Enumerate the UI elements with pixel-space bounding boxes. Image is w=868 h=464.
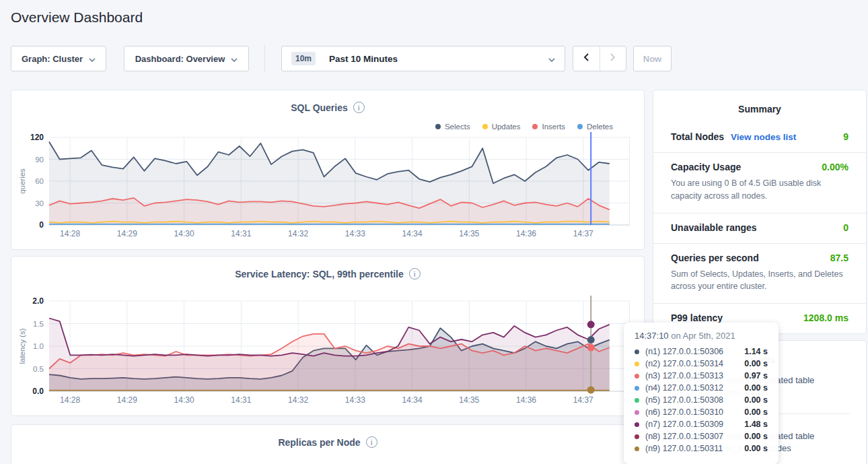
x-axis-labels: 14:2814:2914:3014:3114:3214:3314:3414:35…	[49, 229, 630, 240]
tooltip-node-value: 0.00 s	[744, 407, 768, 417]
x-axis-label: 14:29	[117, 229, 137, 238]
y-tick-label: 0	[39, 220, 44, 230]
x-axis-label: 14:36	[516, 395, 536, 405]
series-dot-icon	[635, 434, 639, 439]
chevron-left-icon	[583, 53, 589, 65]
sql-queries-card: SQL Queries i SelectsUpdatesInsertsDelet…	[11, 90, 645, 250]
summary-row-capacity-usage: Capacity Usage 0.00% You are using 0 B o…	[653, 152, 866, 213]
series-dot-icon	[635, 350, 639, 354]
queries-per-second-description: Sum of Selects, Updates, Inserts, and De…	[671, 268, 848, 294]
tooltip-row: (n2) 127.0.0.1:503140.00 s	[635, 358, 768, 370]
service-latency-chart-title: Service Latency: SQL, 99th percentile	[235, 269, 404, 279]
time-range-label: Past 10 Minutes	[329, 54, 398, 64]
tooltip-node-label: (n9) 127.0.0.1:50311	[645, 444, 723, 453]
time-step-back-button[interactable]	[573, 46, 600, 71]
tooltip-row: (n3) 127.0.0.1:503130.97 s	[635, 370, 768, 382]
x-axis-label: 14:34	[402, 395, 423, 405]
dashboard-selector-dropdown[interactable]: Dashboard: Overview	[124, 46, 249, 71]
replicas-per-node-chart-title: Replicas per Node	[278, 437, 360, 448]
tooltip-row: (n1) 127.0.0.1:503061.14 s	[635, 345, 768, 358]
time-step-forward-button[interactable]	[600, 46, 626, 71]
info-icon[interactable]: i	[353, 102, 365, 113]
x-axis-label: 14:36	[516, 229, 536, 238]
legend-label: Selects	[445, 123, 470, 131]
x-axis-label: 14:29	[117, 395, 137, 405]
legend-item-deletes: Deletes	[577, 123, 613, 131]
x-axis-label: 14:30	[174, 395, 194, 405]
time-step-buttons	[573, 46, 626, 71]
service-latency-plot[interactable]	[49, 301, 630, 391]
info-icon[interactable]: i	[366, 436, 377, 448]
x-axis-label: 14:30	[174, 229, 194, 238]
p99-latency-label: P99 latency	[671, 312, 723, 323]
y-tick-label: 30	[35, 199, 44, 207]
time-range-dropdown[interactable]: 10m Past 10 Minutes	[281, 46, 565, 71]
legend-dot-icon	[577, 124, 583, 129]
x-axis-label: 14:28	[60, 395, 80, 405]
x-axis-label: 14:37	[573, 395, 593, 405]
tooltip-node-value: 0.97 s	[744, 371, 768, 380]
tooltip-node-label: (n2) 127.0.0.1:50314	[645, 359, 723, 368]
tooltip-node-label: (n8) 127.0.0.1:50307	[645, 432, 723, 441]
service-latency-card: Service Latency: SQL, 99th percentile i …	[11, 256, 645, 416]
chevron-down-icon	[231, 54, 238, 64]
series-dot-icon	[635, 386, 639, 391]
y-axis-ticks: 1209060300	[11, 137, 44, 225]
chart-hover-tooltip: 14:37:10 on Apr 5th, 2021 (n1) 127.0.0.1…	[624, 323, 779, 464]
summary-panel: Summary Total Nodes View nodes list 9 Ca…	[653, 90, 867, 334]
graph-selector-label: Graph: Cluster	[22, 54, 83, 64]
capacity-usage-description: You are using 0 B of 4.5 GiB usable disk…	[671, 177, 848, 203]
view-nodes-list-link[interactable]: View nodes list	[731, 132, 796, 142]
sql-queries-legend: SelectsUpdatesInsertsDeletes	[435, 123, 613, 131]
series-dot-icon	[635, 398, 639, 403]
y-tick-label: 120	[30, 133, 44, 142]
sql-queries-plot[interactable]	[49, 137, 630, 225]
summary-row-queries-per-second: Queries per second 87.5 Sum of Selects, …	[653, 243, 866, 304]
graph-selector-dropdown[interactable]: Graph: Cluster	[11, 46, 106, 71]
tooltip-node-value: 0.00 s	[744, 359, 768, 368]
tooltip-node-value: 0.00 s	[744, 432, 768, 441]
x-axis-label: 14:37	[573, 229, 593, 238]
series-dot-icon	[635, 362, 639, 366]
y-tick-label: 60	[35, 177, 44, 185]
info-icon[interactable]: i	[409, 268, 421, 279]
capacity-usage-value: 0.00%	[822, 162, 848, 172]
x-axis-label: 14:35	[459, 395, 479, 405]
x-axis-label: 14:32	[288, 395, 308, 405]
summary-row-unavailable-ranges: Unavailable ranges 0	[653, 213, 866, 243]
tooltip-row: (n9) 127.0.0.1:503110.00 s	[635, 442, 768, 455]
x-axis-label: 14:34	[402, 229, 423, 238]
chevron-down-icon	[548, 54, 555, 64]
summary-title: Summary	[653, 90, 866, 114]
y-tick-label: 90	[35, 156, 44, 164]
tooltip-node-value: 1.48 s	[744, 420, 768, 429]
toolbar-divider	[264, 45, 265, 72]
total-nodes-label: Total Nodes	[671, 131, 724, 142]
x-axis-label: 14:28	[60, 229, 80, 238]
legend-dot-icon	[435, 124, 441, 129]
now-button[interactable]: Now	[633, 46, 672, 71]
chevron-down-icon	[89, 54, 96, 64]
replicas-per-node-card: Replicas per Node i	[11, 424, 645, 464]
y-tick-label: 1.5	[33, 320, 44, 328]
p99-latency-value: 1208.0 ms	[803, 312, 848, 323]
legend-item-selects: Selects	[435, 123, 470, 131]
series-dot-icon	[635, 374, 639, 378]
tooltip-node-label: (n6) 127.0.0.1:50310	[645, 407, 723, 417]
tooltip-node-label: (n5) 127.0.0.1:50308	[645, 395, 723, 405]
y-tick-label: 0.5	[33, 365, 44, 373]
total-nodes-value: 9	[843, 131, 848, 142]
legend-dot-icon	[482, 124, 488, 129]
page-title: Overview Dashboard	[11, 9, 143, 26]
x-axis-label: 14:35	[459, 229, 479, 238]
queries-per-second-label: Queries per second	[671, 253, 759, 263]
y-axis-ticks: 2.01.51.00.50.0	[11, 301, 44, 391]
tooltip-row: (n8) 127.0.0.1:503070.00 s	[635, 430, 768, 442]
series-dot-icon	[635, 410, 639, 415]
unavailable-ranges-label: Unavailable ranges	[671, 222, 757, 233]
tooltip-node-value: 0.00 s	[744, 383, 768, 393]
legend-dot-icon	[532, 124, 538, 129]
x-axis-labels: 14:2814:2914:3014:3114:3214:3314:3414:35…	[49, 395, 630, 406]
queries-per-second-value: 87.5	[830, 253, 848, 263]
legend-label: Deletes	[587, 123, 613, 131]
